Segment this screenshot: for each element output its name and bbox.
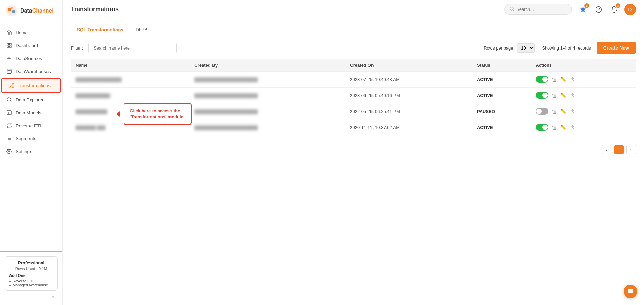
dashboard-icon	[6, 42, 12, 49]
sidebar-bottom: Professional Rows Used - 0.1M Add Ons ● …	[0, 251, 62, 305]
addon-dot-managedwarehouse: ●	[9, 283, 11, 287]
row1-toggle[interactable]	[536, 76, 548, 83]
row3-delete-icon[interactable]: 🗑	[552, 109, 557, 114]
row1-edit-icon[interactable]: ✏️	[560, 76, 567, 82]
row3-edit-icon[interactable]: ✏️	[560, 108, 567, 114]
sidebar-label-home: Home	[16, 30, 28, 35]
svg-point-2	[12, 10, 15, 13]
notification-icon-btn[interactable]: 3	[609, 4, 620, 15]
sidebar-item-reverseetl[interactable]: Reverse ETL	[0, 119, 62, 132]
addon-label-managedwarehouse: Managed Warehouse	[13, 283, 48, 287]
svg-line-29	[513, 10, 514, 11]
svg-point-28	[510, 7, 513, 10]
chat-bubble[interactable]	[624, 285, 637, 298]
sidebar-label-datawarehouses: DataWarehouses	[16, 69, 51, 74]
collapse-button[interactable]: «	[5, 291, 58, 300]
filter-right: Rows per page: 10 25 50 Showing 1-4 of 4…	[484, 42, 636, 54]
filter-input[interactable]	[88, 43, 177, 53]
svg-rect-18	[7, 111, 11, 115]
page-title: Transformations	[71, 6, 499, 13]
col-created-on: Created On	[345, 59, 472, 72]
tab-dbt[interactable]: Dbt™	[129, 24, 154, 36]
row3-name: ███████████	[76, 109, 107, 114]
sidebar-label-dataexplorer: Data Explorer	[16, 97, 44, 102]
row4-edit-icon[interactable]: ✏️	[560, 124, 567, 130]
sidebar-label-segments: Segments	[16, 136, 36, 141]
row1-status: ACTIVE	[477, 77, 493, 82]
row2-name: ████████████	[76, 93, 110, 98]
datasources-icon	[6, 55, 12, 61]
svg-line-17	[10, 101, 11, 102]
logo-text: DataChannel	[20, 8, 54, 14]
svg-point-13	[7, 69, 11, 70]
user-avatar[interactable]: D	[624, 4, 636, 15]
sidebar-item-home[interactable]: Home	[0, 26, 62, 39]
sidebar-item-datawarehouses[interactable]: DataWarehouses	[0, 65, 62, 78]
header-icons: 1 3 D	[578, 4, 636, 15]
row3-status: PAUSED	[477, 109, 495, 114]
row4-status: ACTIVE	[477, 125, 493, 130]
logo[interactable]: DataChannel	[0, 0, 62, 22]
header: Transformations 1 3 D	[63, 0, 644, 19]
help-icon-btn[interactable]	[593, 4, 604, 15]
addon-managedwarehouse: ● Managed Warehouse	[9, 283, 53, 287]
search-input[interactable]	[516, 7, 567, 12]
content-area: SQL Transformations Dbt™ Filter : Rows p…	[63, 19, 644, 305]
pagination: ‹ 1 ›	[63, 141, 644, 158]
alert-badge: 3	[616, 3, 620, 8]
svg-point-27	[8, 151, 10, 152]
row4-actions: 🗑 ✏️ ⏱	[536, 124, 631, 131]
row1-created-by: ██████████████████████	[194, 77, 258, 82]
row2-schedule-icon[interactable]: ⏱	[570, 93, 575, 98]
addon-dot-reverseetl: ●	[9, 279, 11, 283]
row4-schedule-icon[interactable]: ⏱	[570, 125, 575, 130]
row4-toggle[interactable]	[536, 124, 548, 131]
tab-sql-transformations[interactable]: SQL Transformations	[71, 24, 129, 36]
row2-actions: 🗑 ✏️ ⏱	[536, 92, 631, 99]
pagination-prev[interactable]: ‹	[602, 145, 611, 154]
row1-delete-icon[interactable]: 🗑	[552, 77, 557, 82]
sidebar-item-dashboard[interactable]: Dashboard	[0, 39, 62, 52]
sidebar-item-segments[interactable]: Segments	[0, 132, 62, 145]
row1-created-on: 2023-07-25, 10:40:48 AM	[345, 72, 472, 88]
row1-schedule-icon[interactable]: ⏱	[570, 77, 575, 82]
row2-toggle[interactable]	[536, 92, 548, 99]
search-icon	[509, 6, 514, 12]
sidebar-item-settings[interactable]: Settings	[0, 145, 62, 158]
addons-title: Add Ons	[9, 273, 53, 278]
pagination-next[interactable]: ›	[626, 145, 636, 154]
annotation-text: Click here to access the 'Transformation…	[130, 108, 183, 119]
row2-delete-icon[interactable]: 🗑	[552, 93, 557, 98]
row3-schedule-icon[interactable]: ⏱	[570, 109, 575, 114]
sidebar-item-datasources[interactable]: DataSources	[0, 52, 62, 65]
sidebar-label-datasources: DataSources	[16, 56, 42, 61]
plan-rows: Rows Used - 0.1M	[9, 267, 53, 271]
svg-point-10	[8, 58, 10, 59]
row4-delete-icon[interactable]: 🗑	[552, 125, 557, 130]
row2-created-by: ██████████████████████	[194, 93, 258, 98]
settings-icon	[6, 148, 12, 154]
row2-created-on: 2023-06-26, 05:40:16 PM	[345, 88, 472, 103]
col-actions: Actions	[531, 59, 636, 72]
svg-point-3	[11, 7, 13, 9]
row2-status: ACTIVE	[477, 93, 493, 98]
svg-rect-4	[7, 43, 9, 45]
row1-actions: 🗑 ✏️ ⏱	[536, 76, 631, 83]
col-name: Name	[71, 59, 189, 72]
dataexplorer-icon	[6, 97, 12, 103]
sidebar-item-datamodels[interactable]: Data Models	[0, 106, 62, 119]
svg-point-0	[6, 5, 17, 16]
sidebar-label-dashboard: Dashboard	[16, 43, 38, 48]
col-status: Status	[472, 59, 531, 72]
row2-edit-icon[interactable]: ✏️	[560, 92, 567, 98]
create-new-button[interactable]: Create New	[597, 42, 636, 54]
annotation-arrow	[116, 111, 120, 117]
row1-name: ████████████████	[76, 77, 122, 82]
rows-per-page-select[interactable]: 10 25 50	[517, 43, 535, 53]
spark-icon-btn[interactable]: 1	[578, 4, 588, 15]
sidebar-item-dataexplorer[interactable]: Data Explorer	[0, 93, 62, 106]
search-bar[interactable]	[504, 4, 572, 15]
pagination-page-1[interactable]: 1	[614, 145, 624, 154]
sidebar-item-transformations[interactable]: Transformations	[1, 78, 61, 93]
row3-toggle[interactable]	[536, 108, 548, 115]
